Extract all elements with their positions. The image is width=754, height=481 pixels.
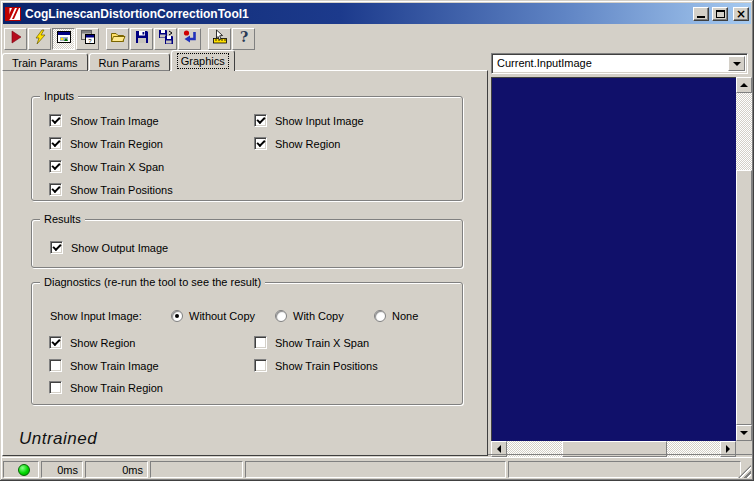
- checkbox-box[interactable]: [49, 183, 62, 196]
- checkbox-box[interactable]: [49, 114, 62, 127]
- electric-run-button[interactable]: [28, 28, 51, 50]
- arrow-right-icon: [726, 445, 734, 453]
- checkbox-show-output-image[interactable]: Show Output Image: [50, 241, 168, 254]
- checkbox-show-input-image[interactable]: Show Input Image: [254, 114, 364, 127]
- maximize-icon: [716, 10, 725, 18]
- display-window-icon: [56, 29, 72, 48]
- tab-run-params[interactable]: Run Params: [89, 53, 170, 71]
- maximize-button[interactable]: [712, 7, 728, 21]
- checkbox-label: Show Input Image: [275, 115, 364, 127]
- scroll-up-button[interactable]: [736, 77, 752, 93]
- show-display-button[interactable]: [52, 28, 75, 50]
- status-panel-5: [508, 461, 741, 478]
- graphics-tab-page: Inputs Show Train Image Show Train Regio…: [2, 70, 488, 456]
- tab-train-params[interactable]: Train Params: [2, 53, 88, 71]
- checkbox-diag-show-train-region[interactable]: Show Train Region: [49, 381, 163, 394]
- minimize-icon: [697, 16, 705, 18]
- close-button[interactable]: ×: [733, 7, 749, 21]
- checkbox-diag-show-train-x-span[interactable]: Show Train X Span: [254, 336, 369, 349]
- status-led-panel: [3, 461, 39, 478]
- checkbox-box[interactable]: [254, 137, 267, 150]
- float-window-icon: ?: [80, 29, 96, 48]
- checkbox-label: Show Train Region: [70, 138, 163, 150]
- inputs-groupbox: Inputs Show Train Image Show Train Regio…: [31, 96, 463, 201]
- radio-without-copy[interactable]: Without Copy: [171, 309, 255, 322]
- checkbox-label: Show Output Image: [71, 242, 168, 254]
- scroll-down-button[interactable]: [736, 425, 752, 441]
- window-title: CogLinescanDistortionCorrectionTool1: [25, 7, 690, 21]
- checkbox-box[interactable]: [254, 336, 267, 349]
- status-led-icon: [18, 464, 30, 476]
- vertical-scrollbar[interactable]: [736, 77, 752, 441]
- checkbox-show-train-x-span[interactable]: Show Train X Span: [49, 160, 164, 173]
- minimize-button[interactable]: [693, 7, 709, 21]
- checkbox-label: Show Region: [275, 138, 340, 150]
- radio-with-copy[interactable]: With Copy: [275, 309, 344, 322]
- open-file-button[interactable]: [106, 28, 129, 50]
- status-panel-4: [245, 461, 506, 478]
- image-selector-combobox[interactable]: Current.InputImage: [491, 53, 748, 74]
- chevron-down-icon: [733, 62, 741, 70]
- checkbox-label: Show Train Region: [70, 382, 163, 394]
- checkbox-show-region[interactable]: Show Region: [254, 137, 340, 150]
- combobox-dropdown-button[interactable]: [728, 56, 745, 71]
- arrow-left-icon: [493, 445, 501, 453]
- radio-none[interactable]: None: [374, 309, 418, 322]
- diagnostics-groupbox: Diagnostics (re-run the tool to see the …: [31, 282, 463, 405]
- radio-label: Without Copy: [189, 310, 255, 322]
- inputs-group-title: Inputs: [40, 90, 78, 102]
- toolbar: ?: [4, 27, 256, 50]
- checkbox-label: Show Region: [70, 337, 135, 349]
- checkbox-label: Show Train Image: [70, 115, 159, 127]
- checkbox-diag-show-train-positions[interactable]: Show Train Positions: [254, 359, 378, 372]
- float-display-button[interactable]: ?: [76, 28, 99, 50]
- svg-text:?: ?: [239, 29, 247, 45]
- help-button[interactable]: ?: [232, 28, 255, 50]
- results-groupbox: Results Show Output Image: [31, 219, 463, 268]
- checkbox-label: Show Train Image: [70, 360, 159, 372]
- checkbox-label: Show Train X Span: [275, 337, 369, 349]
- checkbox-box[interactable]: [49, 359, 62, 372]
- reset-button[interactable]: [178, 28, 201, 50]
- app-icon: [5, 6, 21, 22]
- question-mark-icon: ?: [236, 29, 252, 48]
- titlebar[interactable]: CogLinescanDistortionCorrectionTool1 ×: [3, 3, 751, 24]
- checkbox-box[interactable]: [254, 359, 267, 372]
- radio-circle[interactable]: [374, 310, 386, 322]
- checkbox-box[interactable]: [50, 241, 63, 254]
- checkbox-box[interactable]: [49, 137, 62, 150]
- checkbox-show-train-image[interactable]: Show Train Image: [49, 114, 159, 127]
- checkbox-box[interactable]: [49, 336, 62, 349]
- graphics-ruler-button[interactable]: [208, 28, 231, 50]
- checkbox-show-train-positions[interactable]: Show Train Positions: [49, 183, 173, 196]
- trained-state-label: Untrained: [19, 429, 97, 449]
- radio-label: With Copy: [293, 310, 344, 322]
- floppy-icon: [134, 29, 150, 48]
- status-panel-3: [150, 461, 243, 478]
- save-as-button[interactable]: [154, 28, 177, 50]
- tab-graphics[interactable]: Graphics: [171, 50, 235, 71]
- status-time1-panel: 0ms: [41, 461, 83, 478]
- checkbox-show-train-region[interactable]: Show Train Region: [49, 137, 163, 150]
- checkbox-label: Show Train Positions: [275, 360, 378, 372]
- checkbox-box[interactable]: [49, 160, 62, 173]
- radio-circle[interactable]: [275, 310, 287, 322]
- reset-arrow-icon: [182, 29, 198, 48]
- image-display-area[interactable]: [491, 77, 736, 441]
- close-icon: ×: [736, 9, 746, 19]
- checkbox-diag-show-region[interactable]: Show Region: [49, 336, 135, 349]
- show-input-image-label: Show Input Image:: [50, 310, 142, 322]
- checkbox-box[interactable]: [49, 381, 62, 394]
- checkbox-box[interactable]: [254, 114, 267, 127]
- radio-circle[interactable]: [171, 310, 183, 322]
- run-button[interactable]: [4, 28, 27, 50]
- arrow-up-icon: [740, 79, 748, 87]
- radio-label: None: [392, 310, 418, 322]
- status-time2-panel: 0ms: [85, 461, 148, 478]
- lightning-icon: [32, 29, 48, 48]
- checkbox-label: Show Train X Span: [70, 161, 164, 173]
- checkbox-diag-show-train-image[interactable]: Show Train Image: [49, 359, 159, 372]
- vertical-scroll-thumb[interactable]: [736, 170, 752, 425]
- save-file-button[interactable]: [130, 28, 153, 50]
- checkbox-label: Show Train Positions: [70, 184, 173, 196]
